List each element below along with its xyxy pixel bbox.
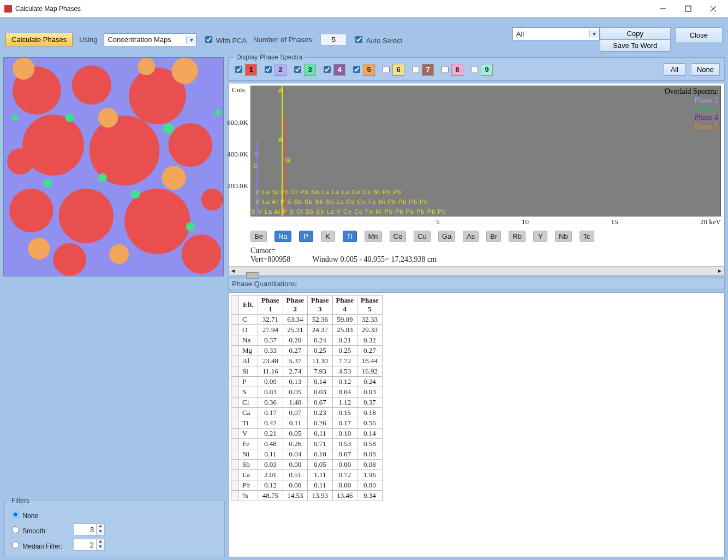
element-btn-na[interactable]: Na bbox=[275, 231, 291, 242]
phase-toggle-6[interactable]: 6 bbox=[380, 64, 404, 76]
peak-label-al2: Al bbox=[278, 136, 284, 143]
phase-checkbox-6[interactable] bbox=[383, 66, 390, 73]
table-row[interactable]: O27.9425.3124.3725.0329.33 bbox=[231, 325, 383, 335]
phase-checkbox-9[interactable] bbox=[471, 66, 478, 73]
element-btn-ga[interactable]: Ga bbox=[438, 231, 455, 242]
spectra-none-button[interactable]: None bbox=[691, 63, 720, 76]
with-pca-checkbox[interactable]: With PCA bbox=[203, 34, 247, 45]
spectrum-plot[interactable]: Al Al Si V C V La Si Pb Cl Pb Sb La La L… bbox=[250, 86, 721, 216]
quant-table-wrap[interactable]: Elt.Phase1Phase2Phase3Phase4Phase5C32.71… bbox=[228, 292, 725, 557]
svg-point-32 bbox=[214, 109, 221, 116]
table-row[interactable]: C32.7163.3452.3659.0932.33 bbox=[231, 315, 383, 325]
element-btn-rb[interactable]: Rb bbox=[509, 231, 526, 242]
scroll-right-icon[interactable]: ► bbox=[715, 268, 724, 274]
peak-label-si: Si bbox=[285, 157, 290, 164]
smooth-spinner[interactable]: ▲▼ bbox=[74, 523, 105, 535]
filter-smooth-radio[interactable]: Smooth: bbox=[9, 525, 69, 535]
close-window-button[interactable] bbox=[701, 1, 726, 17]
toolbar: Calculate Phases Using Concentration Map… bbox=[0, 17, 728, 57]
element-btn-k[interactable]: K bbox=[321, 231, 335, 242]
spectra-all-button[interactable]: All bbox=[664, 63, 685, 76]
save-to-word-button[interactable]: Save To Word bbox=[600, 39, 671, 52]
table-row[interactable]: Ca0.170.070.230.150.18 bbox=[231, 408, 383, 418]
phase-swatch-4: 4 bbox=[333, 64, 345, 76]
cursor-label: Cursor= bbox=[250, 246, 290, 255]
element-btn-p[interactable]: P bbox=[299, 231, 313, 242]
element-btn-ti[interactable]: Ti bbox=[343, 231, 357, 242]
using-combo-value: Concentration Maps bbox=[104, 35, 186, 44]
table-row[interactable]: Si11.162.747.934.5316.92 bbox=[231, 366, 383, 377]
phase-toggle-3[interactable]: 3 bbox=[292, 64, 316, 76]
table-row[interactable]: Ni0.110.040.100.070.08 bbox=[231, 449, 383, 460]
filters-title: Filters bbox=[9, 497, 32, 504]
phase-toggle-2[interactable]: 2 bbox=[262, 64, 287, 76]
phase-toggle-1[interactable]: 1 bbox=[233, 64, 257, 76]
table-row[interactable]: Al23.485.3711.307.7216.44 bbox=[231, 356, 383, 366]
table-row[interactable]: La2.010.511.110.721.96 bbox=[231, 470, 383, 480]
spectrum-h-scrollbar[interactable]: ◄ ► bbox=[229, 266, 724, 275]
phase-checkbox-5[interactable] bbox=[353, 66, 360, 73]
phase-toggle-8[interactable]: 8 bbox=[439, 64, 463, 76]
element-btn-tc[interactable]: Tc bbox=[580, 231, 594, 242]
svg-rect-1 bbox=[685, 6, 691, 11]
svg-point-22 bbox=[28, 238, 50, 260]
svg-point-10 bbox=[169, 123, 212, 167]
table-row[interactable]: Sb0.030.000.050.000.08 bbox=[231, 460, 383, 470]
table-row[interactable]: Cl0.361.400.671.120.37 bbox=[231, 398, 383, 408]
phase-checkbox-2[interactable] bbox=[265, 66, 272, 73]
phase-swatch-6: 6 bbox=[392, 64, 404, 76]
median-spinner[interactable]: ▲▼ bbox=[74, 539, 105, 551]
calculate-phases-button[interactable]: Calculate Phases bbox=[5, 33, 73, 46]
svg-point-31 bbox=[11, 115, 18, 121]
element-btn-y[interactable]: Y bbox=[533, 231, 547, 242]
table-row[interactable]: S0.030.050.030.040.03 bbox=[231, 387, 383, 398]
phase-toggle-4[interactable]: 4 bbox=[321, 64, 345, 76]
spin-down-icon[interactable]: ▼ bbox=[97, 545, 104, 550]
element-btn-nb[interactable]: Nb bbox=[555, 231, 572, 242]
spin-down-icon[interactable]: ▼ bbox=[97, 529, 104, 535]
table-row[interactable]: Mg0.330.270.250.250.27 bbox=[231, 346, 383, 356]
phase-checkbox-1[interactable] bbox=[235, 66, 242, 73]
display-phase-spectra-group: Display Phase Spectra 1 2 3 4 5 6 7 8 9A… bbox=[228, 57, 725, 81]
filter-median-radio[interactable]: Median Filter: bbox=[9, 540, 69, 550]
phase-checkbox-4[interactable] bbox=[324, 66, 331, 73]
phase-toggle-5[interactable]: 5 bbox=[351, 64, 375, 76]
table-row[interactable]: V0.210.050.110.100.14 bbox=[231, 429, 383, 439]
element-btn-mn[interactable]: Mn bbox=[365, 231, 382, 242]
peak-label-c: C bbox=[253, 162, 258, 169]
element-btn-br[interactable]: Br bbox=[486, 231, 501, 242]
close-button[interactable]: Close bbox=[675, 27, 723, 43]
svg-point-20 bbox=[98, 108, 118, 128]
phase-checkbox-7[interactable] bbox=[412, 66, 419, 73]
using-combo[interactable]: Concentration Maps ▾ bbox=[104, 33, 196, 46]
quant-col-elt: Elt. bbox=[239, 296, 258, 315]
element-btn-as[interactable]: As bbox=[463, 231, 479, 242]
phase-checkbox-3[interactable] bbox=[294, 66, 301, 73]
minimize-button[interactable] bbox=[651, 1, 676, 17]
table-row[interactable]: Pb0.120.000.110.000.00 bbox=[231, 480, 383, 491]
num-phases-input[interactable] bbox=[320, 34, 347, 46]
phase-checkbox-8[interactable] bbox=[441, 66, 449, 73]
scroll-left-icon[interactable]: ◄ bbox=[229, 268, 237, 274]
table-row[interactable]: P0.090.130.140.120.24 bbox=[231, 377, 383, 387]
phase-swatch-2: 2 bbox=[275, 64, 287, 76]
auto-select-checkbox[interactable]: Auto Select bbox=[353, 34, 402, 45]
results-combo[interactable]: All ▾ bbox=[512, 27, 600, 40]
scroll-thumb[interactable] bbox=[246, 272, 259, 279]
filter-none-radio[interactable]: None bbox=[9, 509, 38, 520]
maximize-button[interactable] bbox=[676, 1, 701, 17]
table-row[interactable]: Ti0.420.110.260.170.56 bbox=[231, 418, 383, 429]
phase-toggle-7[interactable]: 7 bbox=[410, 64, 434, 76]
element-btn-be[interactable]: Be bbox=[250, 231, 267, 242]
svg-point-24 bbox=[138, 58, 155, 75]
element-btn-cu[interactable]: Cu bbox=[414, 231, 431, 242]
phase-swatch-7: 7 bbox=[422, 64, 434, 76]
y-tick: 200.0K bbox=[227, 182, 248, 190]
table-row[interactable]: Fe0.480.260.710.530.58 bbox=[231, 439, 383, 449]
vert-value: Vert=800958 bbox=[250, 255, 290, 264]
table-row[interactable]: Na0.370.200.240.210.32 bbox=[231, 335, 383, 346]
phase-toggle-9[interactable]: 9 bbox=[469, 64, 493, 76]
copy-button[interactable]: Copy bbox=[600, 27, 671, 39]
element-btn-co[interactable]: Co bbox=[390, 231, 407, 242]
table-row[interactable]: %48.7514.5313.9313.469.34 bbox=[231, 491, 383, 501]
